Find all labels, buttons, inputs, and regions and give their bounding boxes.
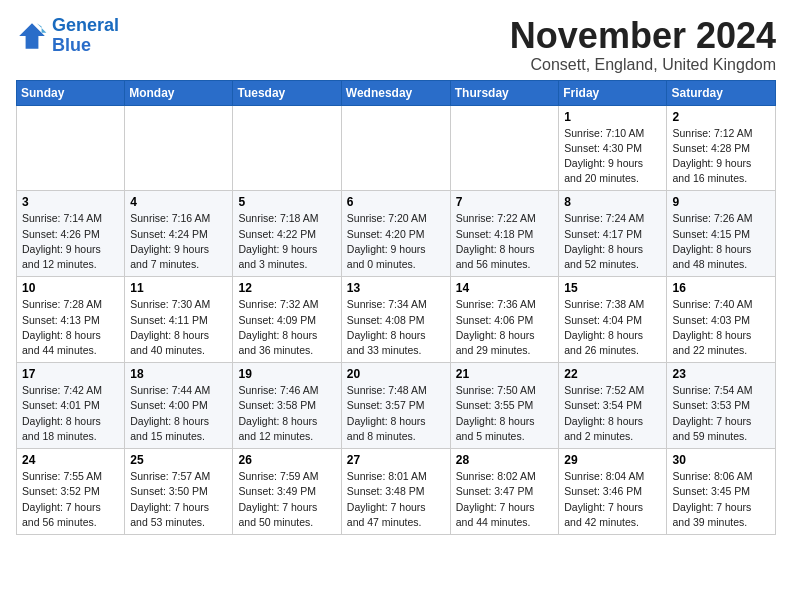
day-info: Sunrise: 7:50 AMSunset: 3:55 PMDaylight:… (456, 383, 554, 444)
day-cell: 7Sunrise: 7:22 AMSunset: 4:18 PMDaylight… (450, 191, 559, 277)
day-number: 26 (238, 453, 335, 467)
day-info: Sunrise: 7:52 AMSunset: 3:54 PMDaylight:… (564, 383, 661, 444)
day-info: Sunrise: 7:36 AMSunset: 4:06 PMDaylight:… (456, 297, 554, 358)
day-number: 2 (672, 110, 770, 124)
day-cell: 13Sunrise: 7:34 AMSunset: 4:08 PMDayligh… (341, 277, 450, 363)
day-cell: 15Sunrise: 7:38 AMSunset: 4:04 PMDayligh… (559, 277, 667, 363)
day-cell: 14Sunrise: 7:36 AMSunset: 4:06 PMDayligh… (450, 277, 559, 363)
day-number: 12 (238, 281, 335, 295)
day-cell: 29Sunrise: 8:04 AMSunset: 3:46 PMDayligh… (559, 449, 667, 535)
day-info: Sunrise: 7:28 AMSunset: 4:13 PMDaylight:… (22, 297, 119, 358)
day-cell: 10Sunrise: 7:28 AMSunset: 4:13 PMDayligh… (17, 277, 125, 363)
day-number: 22 (564, 367, 661, 381)
day-cell: 6Sunrise: 7:20 AMSunset: 4:20 PMDaylight… (341, 191, 450, 277)
day-number: 18 (130, 367, 227, 381)
day-number: 13 (347, 281, 445, 295)
day-info: Sunrise: 8:01 AMSunset: 3:48 PMDaylight:… (347, 469, 445, 530)
day-number: 24 (22, 453, 119, 467)
day-cell (450, 105, 559, 191)
calendar-header-row: SundayMondayTuesdayWednesdayThursdayFrid… (17, 80, 776, 105)
month-title: November 2024 (510, 16, 776, 56)
day-info: Sunrise: 7:38 AMSunset: 4:04 PMDaylight:… (564, 297, 661, 358)
day-info: Sunrise: 7:18 AMSunset: 4:22 PMDaylight:… (238, 211, 335, 272)
day-cell: 4Sunrise: 7:16 AMSunset: 4:24 PMDaylight… (125, 191, 233, 277)
day-cell: 22Sunrise: 7:52 AMSunset: 3:54 PMDayligh… (559, 363, 667, 449)
day-info: Sunrise: 7:42 AMSunset: 4:01 PMDaylight:… (22, 383, 119, 444)
day-info: Sunrise: 7:40 AMSunset: 4:03 PMDaylight:… (672, 297, 770, 358)
day-number: 16 (672, 281, 770, 295)
day-info: Sunrise: 7:46 AMSunset: 3:58 PMDaylight:… (238, 383, 335, 444)
day-number: 30 (672, 453, 770, 467)
day-info: Sunrise: 8:02 AMSunset: 3:47 PMDaylight:… (456, 469, 554, 530)
day-cell: 24Sunrise: 7:55 AMSunset: 3:52 PMDayligh… (17, 449, 125, 535)
day-number: 3 (22, 195, 119, 209)
day-number: 28 (456, 453, 554, 467)
col-header-friday: Friday (559, 80, 667, 105)
day-info: Sunrise: 7:22 AMSunset: 4:18 PMDaylight:… (456, 211, 554, 272)
col-header-sunday: Sunday (17, 80, 125, 105)
day-cell: 19Sunrise: 7:46 AMSunset: 3:58 PMDayligh… (233, 363, 341, 449)
day-cell: 11Sunrise: 7:30 AMSunset: 4:11 PMDayligh… (125, 277, 233, 363)
week-row-4: 17Sunrise: 7:42 AMSunset: 4:01 PMDayligh… (17, 363, 776, 449)
day-info: Sunrise: 7:10 AMSunset: 4:30 PMDaylight:… (564, 126, 661, 187)
logo: General Blue (16, 16, 119, 56)
week-row-2: 3Sunrise: 7:14 AMSunset: 4:26 PMDaylight… (17, 191, 776, 277)
day-info: Sunrise: 8:06 AMSunset: 3:45 PMDaylight:… (672, 469, 770, 530)
day-info: Sunrise: 7:44 AMSunset: 4:00 PMDaylight:… (130, 383, 227, 444)
day-number: 9 (672, 195, 770, 209)
day-cell: 25Sunrise: 7:57 AMSunset: 3:50 PMDayligh… (125, 449, 233, 535)
day-number: 21 (456, 367, 554, 381)
location-title: Consett, England, United Kingdom (510, 56, 776, 74)
day-info: Sunrise: 7:16 AMSunset: 4:24 PMDaylight:… (130, 211, 227, 272)
day-number: 6 (347, 195, 445, 209)
day-cell: 2Sunrise: 7:12 AMSunset: 4:28 PMDaylight… (667, 105, 776, 191)
col-header-thursday: Thursday (450, 80, 559, 105)
day-number: 4 (130, 195, 227, 209)
day-cell (17, 105, 125, 191)
day-number: 5 (238, 195, 335, 209)
day-number: 17 (22, 367, 119, 381)
day-number: 1 (564, 110, 661, 124)
day-cell: 3Sunrise: 7:14 AMSunset: 4:26 PMDaylight… (17, 191, 125, 277)
col-header-tuesday: Tuesday (233, 80, 341, 105)
header: General Blue November 2024 Consett, Engl… (16, 16, 776, 74)
logo-general: General (52, 15, 119, 35)
day-cell: 1Sunrise: 7:10 AMSunset: 4:30 PMDaylight… (559, 105, 667, 191)
page: General Blue November 2024 Consett, Engl… (0, 0, 792, 543)
title-section: November 2024 Consett, England, United K… (510, 16, 776, 74)
day-cell: 23Sunrise: 7:54 AMSunset: 3:53 PMDayligh… (667, 363, 776, 449)
day-cell: 18Sunrise: 7:44 AMSunset: 4:00 PMDayligh… (125, 363, 233, 449)
day-info: Sunrise: 7:32 AMSunset: 4:09 PMDaylight:… (238, 297, 335, 358)
day-info: Sunrise: 7:20 AMSunset: 4:20 PMDaylight:… (347, 211, 445, 272)
col-header-monday: Monday (125, 80, 233, 105)
day-number: 10 (22, 281, 119, 295)
day-info: Sunrise: 7:14 AMSunset: 4:26 PMDaylight:… (22, 211, 119, 272)
day-cell: 20Sunrise: 7:48 AMSunset: 3:57 PMDayligh… (341, 363, 450, 449)
col-header-saturday: Saturday (667, 80, 776, 105)
day-cell (125, 105, 233, 191)
day-cell (233, 105, 341, 191)
day-info: Sunrise: 7:12 AMSunset: 4:28 PMDaylight:… (672, 126, 770, 187)
day-number: 7 (456, 195, 554, 209)
day-cell: 30Sunrise: 8:06 AMSunset: 3:45 PMDayligh… (667, 449, 776, 535)
logo-blue: Blue (52, 36, 119, 56)
day-info: Sunrise: 7:55 AMSunset: 3:52 PMDaylight:… (22, 469, 119, 530)
calendar: SundayMondayTuesdayWednesdayThursdayFrid… (16, 80, 776, 535)
day-number: 27 (347, 453, 445, 467)
day-info: Sunrise: 7:34 AMSunset: 4:08 PMDaylight:… (347, 297, 445, 358)
day-cell: 12Sunrise: 7:32 AMSunset: 4:09 PMDayligh… (233, 277, 341, 363)
day-number: 8 (564, 195, 661, 209)
day-cell: 8Sunrise: 7:24 AMSunset: 4:17 PMDaylight… (559, 191, 667, 277)
day-number: 29 (564, 453, 661, 467)
week-row-1: 1Sunrise: 7:10 AMSunset: 4:30 PMDaylight… (17, 105, 776, 191)
day-info: Sunrise: 7:57 AMSunset: 3:50 PMDaylight:… (130, 469, 227, 530)
day-info: Sunrise: 7:26 AMSunset: 4:15 PMDaylight:… (672, 211, 770, 272)
day-cell: 28Sunrise: 8:02 AMSunset: 3:47 PMDayligh… (450, 449, 559, 535)
logo-text: General Blue (52, 16, 119, 56)
day-cell: 5Sunrise: 7:18 AMSunset: 4:22 PMDaylight… (233, 191, 341, 277)
day-number: 23 (672, 367, 770, 381)
logo-icon (16, 20, 48, 52)
day-cell: 26Sunrise: 7:59 AMSunset: 3:49 PMDayligh… (233, 449, 341, 535)
day-cell: 27Sunrise: 8:01 AMSunset: 3:48 PMDayligh… (341, 449, 450, 535)
day-info: Sunrise: 7:59 AMSunset: 3:49 PMDaylight:… (238, 469, 335, 530)
